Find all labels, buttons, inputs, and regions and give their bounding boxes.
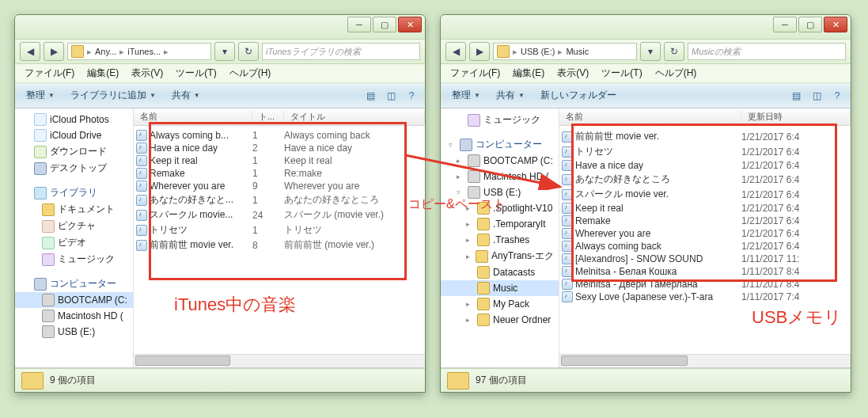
menu-tools[interactable]: ツール(T) [169, 64, 222, 82]
tree-item[interactable]: デスクトップ [15, 160, 133, 177]
search-input[interactable]: iTunesライブラリの検索 [262, 43, 420, 60]
close-button[interactable]: ✕ [398, 17, 422, 32]
nav-tree[interactable]: iCloud PhotosiCloud Driveダウンロードデスクトップライブ… [15, 108, 134, 367]
tree-item[interactable]: ▸.Trashes [441, 232, 559, 248]
twisty-icon[interactable]: ▿ [457, 188, 464, 196]
nav-back-button[interactable]: ◀ [20, 42, 40, 61]
tree-item[interactable]: ピクチャ [15, 218, 133, 234]
menu-help[interactable]: ヘルプ(H) [649, 64, 703, 82]
minimize-button[interactable]: ─ [773, 17, 797, 32]
file-row[interactable]: Keep it real1Keep it real [134, 154, 425, 167]
minimize-button[interactable]: ─ [347, 17, 371, 32]
file-list[interactable]: Always coming b...1Always coming backHav… [134, 126, 425, 354]
tree-item[interactable]: BOOTCAMP (C: [15, 292, 133, 308]
tree-item[interactable]: ▸.TemporaryIt [441, 216, 559, 232]
close-button[interactable]: ✕ [824, 17, 847, 32]
share-button[interactable]: 共有▼ [165, 86, 207, 105]
menu-tools[interactable]: ツール(T) [595, 64, 648, 82]
twisty-icon[interactable]: ▸ [457, 157, 464, 165]
tree-item[interactable]: ライブラリ [15, 184, 133, 201]
tree-item[interactable]: ダウンロード [15, 143, 133, 160]
tree-item[interactable]: iCloud Photos [15, 112, 133, 127]
preview-pane-button[interactable]: ◫ [808, 87, 825, 104]
col-name[interactable]: 名前 [559, 111, 741, 123]
add-to-library-button[interactable]: ライブラリに追加▼ [64, 86, 162, 105]
twisty-icon[interactable]: ▸ [457, 173, 464, 180]
menu-edit[interactable]: 編集(E) [81, 64, 125, 82]
tree-item[interactable]: ▿コンピューター [441, 136, 559, 153]
tree-item[interactable]: Music [441, 280, 559, 296]
breadcrumb-seg[interactable]: iTunes... [127, 47, 161, 56]
breadcrumb[interactable]: ▸ Any... ▸ iTunes... ▸ [67, 43, 211, 60]
breadcrumb-seg[interactable]: Any... [95, 47, 116, 56]
tree-item[interactable]: ミュージック [441, 112, 559, 128]
nav-tree[interactable]: ミュージック▿コンピューター▸BOOTCAMP (C:▸Macintosh HD… [441, 108, 559, 367]
file-row[interactable]: Wherever you are9Wherever you are [134, 180, 425, 192]
col-title[interactable]: タイトル [284, 111, 425, 123]
file-row[interactable]: [Alexandros] - SNOW SOUND1/11/2017 11: [559, 253, 851, 265]
column-headers[interactable]: 名前 更新日時 [559, 108, 851, 126]
file-row[interactable]: Always coming b...1Always coming back [134, 129, 425, 142]
menu-edit[interactable]: 編集(E) [506, 64, 551, 82]
menu-file[interactable]: ファイル(F) [444, 64, 506, 82]
titlebar[interactable]: ─ ▢ ✕ [15, 15, 425, 39]
file-row[interactable]: Keep it real1/21/2017 6:4 [559, 202, 851, 215]
view-options-button[interactable]: ▤ [362, 87, 379, 104]
tree-item[interactable]: iCloud Drive [15, 127, 133, 143]
file-row[interactable]: トリセツ1/21/2017 6:4 [559, 144, 851, 159]
tree-item[interactable]: ▸BOOTCAMP (C: [441, 153, 559, 169]
breadcrumb-seg[interactable]: USB (E:) [521, 47, 555, 56]
file-row[interactable]: Have a nice day2Have a nice day [134, 142, 425, 154]
col-date[interactable]: 更新日時 [741, 111, 851, 123]
help-button[interactable]: ? [828, 87, 846, 104]
nav-fwd-button[interactable]: ▶ [44, 42, 64, 61]
file-row[interactable]: Melnitsa - Двери Тамерлана1/11/2017 8:4 [559, 278, 851, 291]
twisty-icon[interactable]: ▿ [449, 141, 457, 149]
file-row[interactable]: Wherever you are1/21/2017 6:4 [559, 227, 851, 240]
nav-fwd-button[interactable]: ▶ [469, 42, 490, 61]
tree-item[interactable]: ▸Neuer Ordner [441, 312, 559, 328]
tree-item[interactable]: USB (E:) [15, 324, 133, 340]
tree-item[interactable]: ビデオ [15, 234, 133, 251]
preview-pane-button[interactable]: ◫ [382, 87, 400, 104]
share-button[interactable]: 共有▼ [490, 86, 531, 105]
file-row[interactable]: Remake1Re:make [134, 167, 425, 180]
nav-back-button[interactable]: ◀ [445, 42, 466, 61]
file-row[interactable]: Melnitsa - Белая Кошка1/11/2017 8:4 [559, 265, 851, 278]
twisty-icon[interactable]: ▸ [466, 316, 474, 324]
tree-item[interactable]: ▸AnyTrans-エク [441, 248, 559, 264]
file-row[interactable]: Always coming back1/21/2017 6:4 [559, 240, 851, 253]
file-row[interactable]: あなたの好きなところ1/21/2017 6:4 [559, 172, 851, 187]
refresh-button[interactable]: ↻ [238, 42, 259, 61]
nav-dropdown-button[interactable]: ▾ [214, 42, 235, 61]
tree-item[interactable]: ミュージック [15, 251, 133, 268]
col-track[interactable]: ト... [252, 111, 284, 123]
new-folder-button[interactable]: 新しいフォルダー [534, 86, 623, 105]
tree-item[interactable]: Macintosh HD ( [15, 308, 133, 324]
menu-view[interactable]: 表示(V) [551, 64, 595, 82]
file-row[interactable]: スパークル movie...24スパークル (movie ver.) [134, 207, 425, 222]
file-row[interactable]: トリセツ1トリセツ [134, 222, 425, 238]
file-row[interactable]: Remake1/21/2017 6:4 [559, 215, 851, 227]
menu-file[interactable]: ファイル(F) [18, 64, 81, 82]
h-scrollbar[interactable] [134, 354, 425, 367]
breadcrumb-seg[interactable]: Music [566, 47, 589, 56]
file-row[interactable]: Sexy Love (Japanese ver.)-T-ara1/11/2017… [559, 291, 851, 303]
titlebar[interactable]: ─ ▢ ✕ [441, 15, 851, 39]
organize-button[interactable]: 整理▼ [20, 86, 61, 105]
file-row[interactable]: スパークル movie ver.1/21/2017 6:4 [559, 187, 851, 202]
tree-item[interactable]: ドキュメント [15, 201, 133, 218]
tree-item[interactable]: ▸My Pack [441, 296, 559, 312]
tree-item[interactable]: Datacasts [441, 264, 559, 280]
twisty-icon[interactable]: ▸ [466, 300, 474, 308]
file-row[interactable]: Have a nice day1/21/2017 6:4 [559, 159, 851, 172]
col-name[interactable]: 名前 [134, 111, 252, 123]
help-button[interactable]: ? [403, 87, 420, 104]
organize-button[interactable]: 整理▼ [445, 86, 487, 105]
file-row[interactable]: 前前前世 movie ver.8前前前世 (movie ver.) [134, 238, 425, 253]
tree-item[interactable]: コンピューター [15, 276, 133, 292]
twisty-icon[interactable]: ▸ [466, 253, 472, 260]
file-row[interactable]: あなたの好きなと...1あなたの好きなところ [134, 192, 425, 207]
twisty-icon[interactable]: ▸ [466, 236, 474, 244]
refresh-button[interactable]: ↻ [664, 42, 684, 61]
